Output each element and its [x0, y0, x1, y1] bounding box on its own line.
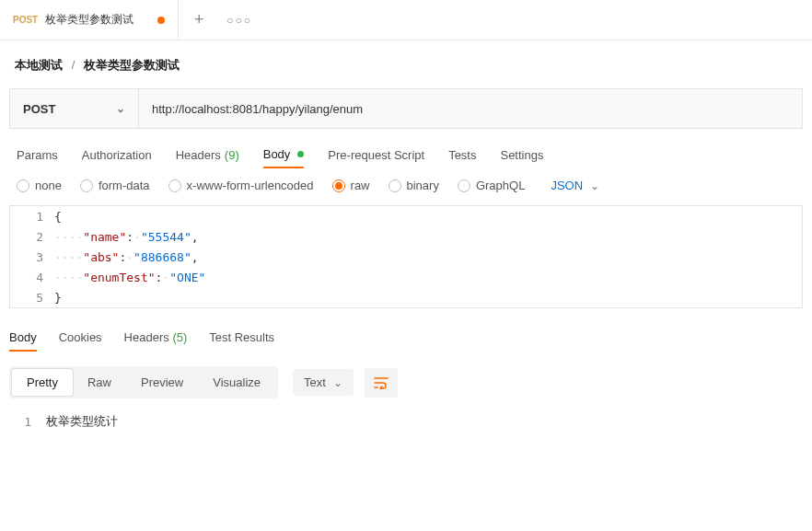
tab-headers[interactable]: Headers (9)	[176, 147, 239, 162]
new-tab-button[interactable]: +	[179, 10, 219, 29]
request-subtabs: Params Authorization Headers (9) Body Pr…	[0, 129, 812, 173]
wrap-icon	[374, 376, 389, 389]
url-input[interactable]: http://localhost:8081/happy/yilang/enum	[139, 89, 802, 128]
body-language-select[interactable]: JSON ⌄	[551, 179, 599, 192]
line-number: 1	[10, 210, 54, 224]
resp-headers-count: (5)	[172, 330, 187, 344]
response-text: 枚举类型统计	[46, 413, 118, 430]
request-bar: POST ⌄ http://localhost:8081/happy/yilan…	[9, 88, 803, 129]
method-select[interactable]: POST ⌄	[10, 89, 139, 128]
unsaved-dot-icon	[157, 17, 165, 24]
response-view-bar: Pretty Raw Preview Visualize Text ⌄	[0, 361, 812, 404]
wrap-lines-button[interactable]	[365, 368, 398, 398]
breadcrumb-root[interactable]: 本地测试	[15, 58, 63, 72]
view-preview[interactable]: Preview	[126, 369, 198, 396]
resp-tab-cookies[interactable]: Cookies	[59, 330, 102, 352]
body-editor[interactable]: 1{ 2····"name":·"55544", 3····"abs":·"88…	[9, 205, 803, 308]
resp-tab-test-results[interactable]: Test Results	[209, 330, 274, 352]
method-value: POST	[23, 102, 55, 116]
headers-count: (9)	[225, 148, 239, 162]
radio-binary[interactable]: binary	[389, 179, 439, 192]
view-raw[interactable]: Raw	[73, 369, 126, 396]
breadcrumb-sep: /	[72, 58, 75, 72]
tab-tests[interactable]: Tests	[448, 147, 476, 162]
resp-tab-headers[interactable]: Headers (5)	[124, 330, 188, 352]
response-format-select[interactable]: Text ⌄	[293, 369, 354, 396]
chevron-down-icon: ⌄	[333, 376, 342, 389]
line-number: 1	[9, 415, 46, 429]
radio-none[interactable]: none	[17, 179, 62, 192]
tab-body[interactable]: Body	[263, 147, 305, 168]
tab-title: 枚举类型参数测试	[45, 12, 133, 28]
chevron-down-icon: ⌄	[116, 102, 125, 115]
tab-options-button[interactable]: ○○○	[219, 14, 260, 27]
tab-bar: POST 枚举类型参数测试 + ○○○	[0, 0, 812, 40]
view-visualize[interactable]: Visualize	[198, 369, 275, 396]
breadcrumb: 本地测试 / 枚举类型参数测试	[0, 40, 812, 88]
radio-form-data[interactable]: form-data	[80, 179, 150, 192]
body-indicator-icon	[297, 151, 304, 157]
tab-prerequest[interactable]: Pre-request Script	[328, 147, 424, 162]
tab-params[interactable]: Params	[17, 147, 58, 162]
line-number: 4	[10, 271, 54, 284]
breadcrumb-current: 枚举类型参数测试	[84, 58, 180, 72]
body-type-row: none form-data x-www-form-urlencoded raw…	[0, 173, 812, 205]
view-pretty[interactable]: Pretty	[12, 369, 73, 396]
line-number: 5	[10, 291, 54, 305]
tab-settings[interactable]: Settings	[500, 147, 543, 162]
radio-raw[interactable]: raw	[332, 179, 370, 192]
line-number: 3	[10, 250, 54, 264]
response-tabs: Body Cookies Headers (5) Test Results	[0, 308, 812, 361]
chevron-down-icon: ⌄	[590, 179, 599, 192]
radio-graphql[interactable]: GraphQL	[458, 179, 525, 192]
tab-method: POST	[13, 15, 38, 25]
tab-active[interactable]: POST 枚举类型参数测试	[0, 0, 179, 40]
tab-authorization[interactable]: Authorization	[82, 147, 152, 162]
resp-tab-body[interactable]: Body	[9, 330, 37, 352]
view-mode-group: Pretty Raw Preview Visualize	[9, 366, 278, 398]
line-number: 2	[10, 230, 54, 244]
radio-x-www-form-urlencoded[interactable]: x-www-form-urlencoded	[168, 179, 314, 192]
response-body[interactable]: 1 枚举类型统计	[9, 411, 803, 432]
